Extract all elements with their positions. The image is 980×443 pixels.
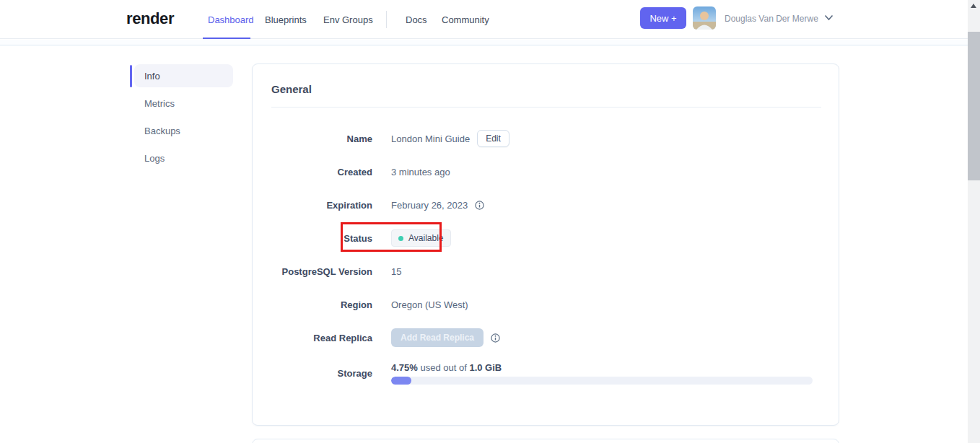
postgres-version-row: PostgreSQL Version 15: [271, 261, 821, 281]
scrollbar-thumb[interactable]: [968, 32, 980, 180]
nav-link-community[interactable]: Community: [442, 14, 489, 25]
nav-link-docs[interactable]: Docs: [406, 14, 427, 25]
sidebar-item-label: Metrics: [144, 98, 175, 109]
created-row: Created 3 minutes ago: [271, 162, 821, 182]
sidebar-item-metrics[interactable]: Metrics: [134, 92, 233, 115]
active-tab-underline: [203, 38, 250, 39]
created-value: 3 minutes ago: [391, 167, 450, 177]
read-replica-label: Read Replica: [271, 333, 372, 343]
sidebar-item-label: Backups: [144, 126, 180, 136]
scrollbar-track[interactable]: [968, 0, 980, 443]
storage-row: Storage 4.75% used out of 1.0 GiB: [271, 361, 821, 385]
sidebar-item-label: Info: [144, 71, 160, 82]
nav-tab-dashboard[interactable]: Dashboard: [208, 14, 254, 25]
sidebar-item-info[interactable]: Info: [134, 64, 233, 87]
general-card: General Name London Mini Guide Edit Crea…: [252, 63, 839, 426]
status-dot-icon: [398, 236, 403, 241]
expiration-info-icon[interactable]: [475, 201, 484, 210]
new-button[interactable]: New +: [640, 7, 686, 29]
status-row: Status Available: [271, 228, 821, 248]
avatar-photo: [693, 6, 716, 30]
nav-divider: [386, 11, 387, 28]
card-title: General: [271, 83, 312, 95]
read-replica-row: Read Replica Add Read Replica: [271, 328, 821, 348]
next-card-partial: [252, 439, 839, 443]
storage-label: Storage: [271, 368, 372, 379]
sidebar-item-backups[interactable]: Backups: [134, 119, 233, 142]
sidebar-item-logs[interactable]: Logs: [134, 146, 233, 170]
name-row: Name London Mini Guide Edit: [271, 128, 821, 149]
render-logo[interactable]: render: [126, 9, 174, 28]
status-label: Status: [271, 233, 372, 244]
status-value: Available: [408, 233, 443, 243]
postgres-version-value: 15: [391, 266, 401, 277]
edit-name-button[interactable]: Edit: [477, 130, 509, 147]
postgres-version-label: PostgreSQL Version: [271, 266, 372, 277]
expiration-label: Expiration: [271, 200, 372, 211]
status-badge: Available: [391, 229, 451, 247]
storage-block: 4.75% used out of 1.0 GiB: [391, 362, 813, 385]
sidebar-active-indicator: [130, 65, 132, 87]
user-avatar[interactable]: [693, 6, 716, 30]
scrollbar-up-arrow-icon[interactable]: [971, 4, 976, 8]
region-row: Region Oregon (US West): [271, 294, 821, 315]
storage-middle-text: used out of: [418, 362, 470, 373]
name-label: Name: [271, 133, 372, 144]
card-title-divider: [271, 107, 821, 108]
storage-total: 1.0 GiB: [469, 362, 502, 373]
storage-progress-track: [391, 377, 813, 385]
general-rows: Name London Mini Guide Edit Created 3 mi…: [271, 128, 821, 398]
storage-progress-fill: [391, 377, 411, 385]
sidebar-item-label: Logs: [144, 153, 165, 164]
created-label: Created: [271, 167, 372, 177]
add-read-replica-button[interactable]: Add Read Replica: [391, 328, 484, 347]
expiration-value: February 26, 2023: [391, 200, 468, 211]
top-navbar: render Dashboard Blueprints Env Groups D…: [0, 0, 968, 39]
service-sidebar: Info Metrics Backups Logs: [130, 64, 235, 174]
storage-usage-text: 4.75% used out of 1.0 GiB: [391, 362, 813, 373]
nav-tab-blueprints[interactable]: Blueprints: [265, 14, 307, 25]
expiration-row: Expiration February 26, 2023: [271, 195, 821, 215]
region-label: Region: [271, 299, 372, 310]
region-value: Oregon (US West): [391, 299, 468, 310]
chevron-down-icon[interactable]: [824, 14, 834, 21]
scrolled-card-edge: [0, 40, 968, 45]
name-value: London Mini Guide: [391, 133, 470, 144]
nav-tab-env-groups[interactable]: Env Groups: [323, 14, 373, 25]
storage-used-pct: 4.75%: [391, 362, 418, 373]
user-name: Douglas Van Der Merwe: [725, 14, 818, 24]
read-replica-info-icon[interactable]: [491, 333, 500, 343]
